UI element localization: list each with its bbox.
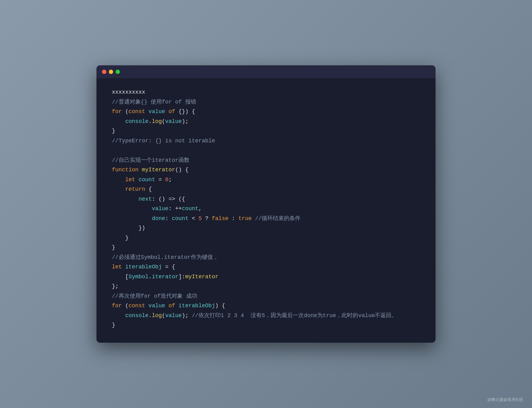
code-line: } <box>112 243 420 253</box>
code-line: }) <box>112 223 420 233</box>
code-line: console.log(value); <box>112 117 420 127</box>
code-line <box>112 146 420 156</box>
code-line: next: () => ({ <box>112 194 420 204</box>
code-editor: xxxxxxxxxx //普通对象{} 使用for of 报错 for (con… <box>96 78 436 343</box>
code-line: }; <box>112 282 420 292</box>
close-button[interactable] <box>102 70 106 74</box>
code-line: xxxxxxxxxx <box>112 88 420 97</box>
code-window: xxxxxxxxxx //普通对象{} 使用for of 报错 for (con… <box>96 65 436 343</box>
code-line: //自己实现一个iterator函数 <box>112 156 420 165</box>
code-line: } <box>112 126 420 136</box>
code-line: } <box>112 233 420 243</box>
code-line: for (const value of iterableObj) { <box>112 301 420 311</box>
code-line: //普通对象{} 使用for of 报错 <box>112 97 420 107</box>
watermark: @稀土掘金技术社区 <box>487 397 523 402</box>
titlebar <box>96 65 436 78</box>
code-line: //TypeError: {} is not iterable <box>112 136 420 146</box>
minimize-button[interactable] <box>109 70 113 74</box>
code-line: value: ++count, <box>112 204 420 214</box>
code-line: function myIterator() { <box>112 165 420 175</box>
code-line: done: count < 5 ? false : true //循环结束的条件 <box>112 214 420 224</box>
code-line: //再次使用for of迭代对象 成功 <box>112 292 420 301</box>
code-line: [Symbol.iterator]:myIterator <box>112 272 420 282</box>
code-line: let iterableObj = { <box>112 262 420 272</box>
code-line: let count = 0; <box>112 175 420 185</box>
code-line: //必须通过Symbol.iterator作为键值， <box>112 253 420 263</box>
code-line: } <box>112 320 420 330</box>
maximize-button[interactable] <box>116 70 120 74</box>
code-line: return { <box>112 185 420 194</box>
code-line: console.log(value); //依次打印1 2 3 4 没有5，因为… <box>112 311 420 321</box>
code-line: for (const value of {}) { <box>112 107 420 117</box>
